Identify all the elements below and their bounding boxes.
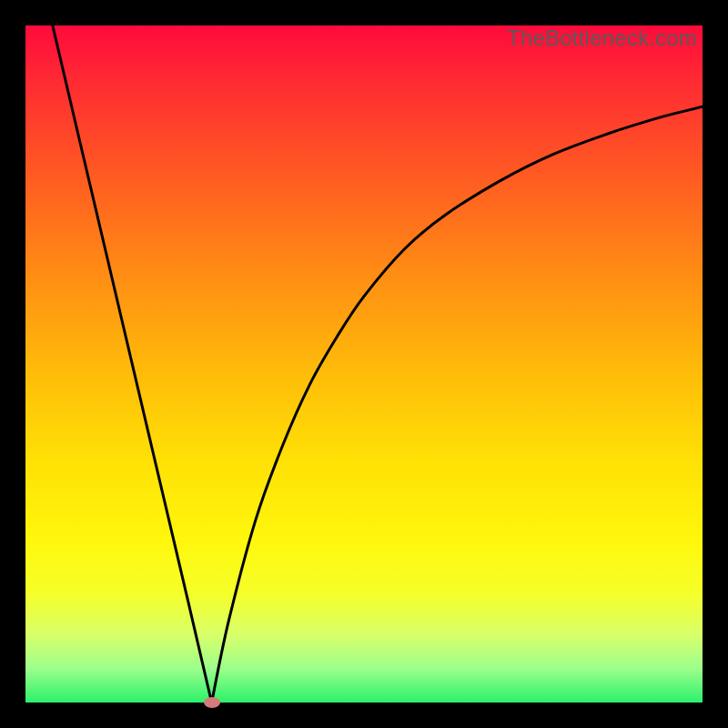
chart-frame: TheBottleneck.com <box>0 0 728 728</box>
optimal-point-marker <box>204 697 220 708</box>
bottleneck-curve <box>25 25 703 703</box>
plot-area: TheBottleneck.com <box>25 25 703 703</box>
